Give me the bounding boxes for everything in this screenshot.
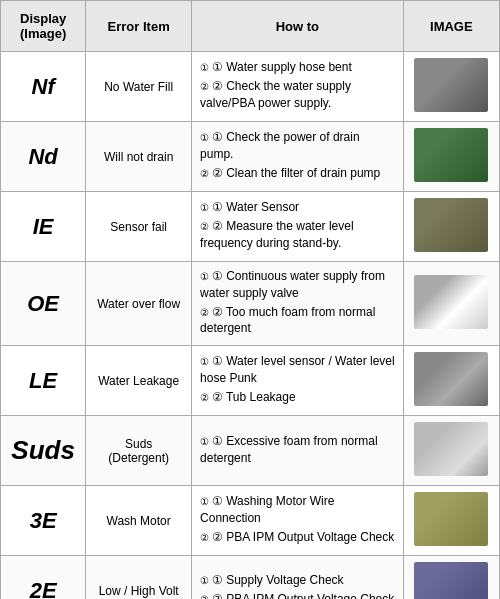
header-howto: How to (192, 1, 404, 52)
table-row: 3EWash Motor① Washing Motor Wire Connect… (1, 486, 500, 556)
error-item: Will not drain (86, 122, 192, 192)
howto-item: ① Check the power of drain pump. (200, 129, 395, 163)
howto-cell: ① Washing Motor Wire Connection② PBA IPM… (192, 486, 404, 556)
howto-item: ② Tub Leakage (200, 389, 395, 406)
howto-item: ① Water level sensor / Water level hose … (200, 353, 395, 387)
error-code: OE (27, 291, 59, 316)
display-code-cell: IE (1, 192, 86, 262)
display-code-cell: 3E (1, 486, 86, 556)
howto-cell: ① Continuous water supply from water sup… (192, 262, 404, 346)
error-image (414, 492, 488, 546)
howto-cell: ① Water level sensor / Water level hose … (192, 346, 404, 416)
error-code: Suds (11, 435, 75, 465)
error-image (414, 58, 488, 112)
error-item: Suds (Detergent) (86, 416, 192, 486)
howto-item: ② PBA IPM Output Voltage Check (200, 591, 395, 599)
howto-cell: ① Water Sensor② Measure the water level … (192, 192, 404, 262)
howto-item: ① Washing Motor Wire Connection (200, 493, 395, 527)
table-row: LEWater Leakage① Water level sensor / Wa… (1, 346, 500, 416)
image-cell (403, 52, 499, 122)
error-image (414, 128, 488, 182)
display-code-cell: Suds (1, 416, 86, 486)
error-item: No Water Fill (86, 52, 192, 122)
howto-item: ② PBA IPM Output Voltage Check (200, 529, 395, 546)
error-image (414, 562, 488, 599)
table-row: IESensor fail① Water Sensor② Measure the… (1, 192, 500, 262)
table-row: NfNo Water Fill① Water supply hose bent②… (1, 52, 500, 122)
howto-item: ② Measure the water level frequency duri… (200, 218, 395, 252)
header-display: Display (Image) (1, 1, 86, 52)
error-item: Water Leakage (86, 346, 192, 416)
error-code: 2E (30, 578, 57, 599)
table-row: NdWill not drain① Check the power of dra… (1, 122, 500, 192)
howto-cell: ① Check the power of drain pump.② Clean … (192, 122, 404, 192)
display-code-cell: OE (1, 262, 86, 346)
image-cell (403, 262, 499, 346)
howto-item: ① Water supply hose bent (200, 59, 395, 76)
howto-cell: ① Water supply hose bent② Check the wate… (192, 52, 404, 122)
error-image (414, 275, 488, 329)
howto-item: ① Continuous water supply from water sup… (200, 268, 395, 302)
howto-item: ② Clean the filter of drain pump (200, 165, 395, 182)
howto-item: ① Water Sensor (200, 199, 395, 216)
table-row: SudsSuds (Detergent)① Excessive foam fro… (1, 416, 500, 486)
error-code: Nf (32, 74, 55, 99)
error-item: Sensor fail (86, 192, 192, 262)
image-cell (403, 416, 499, 486)
howto-item: ① Excessive foam from normal detergent (200, 433, 395, 467)
howto-item: ① Supply Voltage Check (200, 572, 395, 589)
howto-cell: ① Excessive foam from normal detergent (192, 416, 404, 486)
image-cell (403, 486, 499, 556)
display-code-cell: 2E (1, 556, 86, 599)
error-code: Nd (28, 144, 57, 169)
image-cell (403, 346, 499, 416)
howto-item: ② Too much foam from normal detergent (200, 304, 395, 338)
error-item: Wash Motor (86, 486, 192, 556)
image-cell (403, 556, 499, 599)
image-cell (403, 122, 499, 192)
error-item: Low / High Volt (86, 556, 192, 599)
image-cell (403, 192, 499, 262)
error-code: LE (29, 368, 57, 393)
error-image (414, 198, 488, 252)
error-table: Display (Image) Error Item How to IMAGE … (0, 0, 500, 599)
error-item: Water over flow (86, 262, 192, 346)
error-code: 3E (30, 508, 57, 533)
display-code-cell: Nd (1, 122, 86, 192)
howto-item: ② Check the water supply valve/PBA power… (200, 78, 395, 112)
error-image (414, 352, 488, 406)
error-image (414, 422, 488, 476)
display-code-cell: Nf (1, 52, 86, 122)
header-image: IMAGE (403, 1, 499, 52)
table-row: 2ELow / High Volt① Supply Voltage Check②… (1, 556, 500, 599)
table-row: OEWater over flow① Continuous water supp… (1, 262, 500, 346)
header-error: Error Item (86, 1, 192, 52)
howto-cell: ① Supply Voltage Check② PBA IPM Output V… (192, 556, 404, 599)
display-code-cell: LE (1, 346, 86, 416)
error-code: IE (33, 214, 54, 239)
